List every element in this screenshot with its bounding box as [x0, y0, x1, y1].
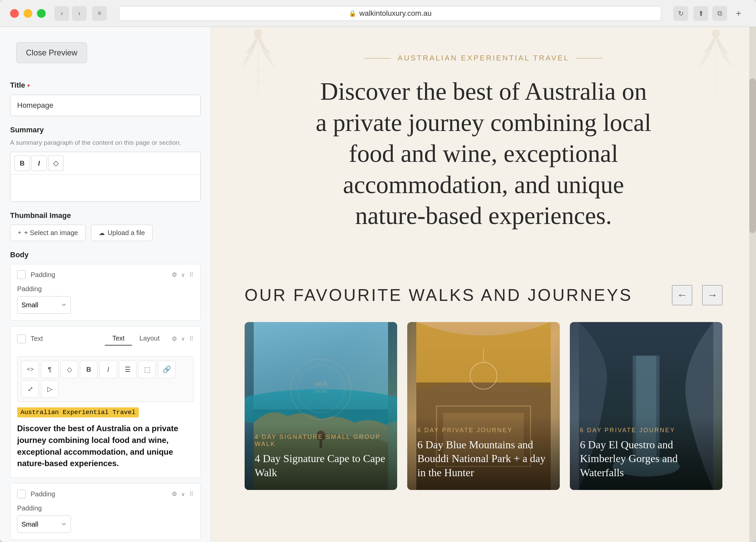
video-button[interactable]: ▷ — [41, 380, 58, 398]
upload-file-label: Upload a file — [108, 229, 145, 237]
settings-icon-1[interactable]: ⚙ — [172, 271, 177, 278]
close-preview-button[interactable]: Close Preview — [16, 42, 87, 63]
text-editor: <> ¶ ◇ B I ☰ ⬚ 🔗 ⤢ ▷ Australian E — [10, 351, 200, 478]
summary-label: Summary — [10, 126, 201, 134]
padding-options-2: Padding SmallMediumLarge — [10, 504, 200, 540]
card-3[interactable]: 6 DAY PRIVATE JOURNEY 6 Day El Questro a… — [570, 322, 722, 490]
text-body: Discover the best of Australia on a priv… — [17, 423, 194, 469]
new-tab-button[interactable]: + — [731, 6, 746, 21]
card-3-overlay: 6 DAY PRIVATE JOURNEY 6 Day El Questro a… — [570, 417, 722, 490]
close-traffic-light[interactable] — [10, 9, 19, 18]
preview-pane: AUSTRALIAN EXPERIENTIAL TRAVEL Discover … — [211, 27, 756, 542]
walks-title: OUR FAVOURITE WALKS AND JOURNEYS — [245, 285, 633, 305]
plus-icon: + — [18, 229, 22, 236]
svg-point-0 — [254, 30, 262, 38]
summary-toolbar: B I ◇ — [10, 152, 200, 175]
card-1-overlay: 4 DAY SIGNATURE SMALL GROUP WALK 4 Day S… — [245, 423, 397, 490]
summary-sublabel: A summary paragraph of the content on th… — [10, 139, 201, 146]
scrollbar-thumb — [749, 78, 756, 233]
nav-buttons: ‹ › — [54, 6, 87, 21]
card-3-title: 6 Day El Questro and Kimberley Gorges an… — [580, 438, 712, 480]
padding-section-header-2: Padding ⚙ ∨ ⠿ — [10, 484, 200, 504]
italic-button[interactable]: I — [31, 155, 47, 171]
main-window: ‹ › ≡ 🔒 walkintoluxury.com.au ↻ ⬆ ⧉ + Cl… — [0, 0, 756, 542]
content-area: Close Preview Title • Summary A summary … — [0, 27, 756, 542]
card-2-overlay: 6 DAY PRIVATE JOURNEY 6 Day Blue Mountai… — [407, 417, 560, 490]
move-icon-1[interactable]: ⠿ — [189, 271, 194, 278]
card-1[interactable]: SIGN ATURE 4 DAY SIGNATURE SMALL GROUP W… — [245, 322, 397, 490]
padding-select-1[interactable]: SmallMediumLarge — [17, 296, 71, 314]
hero-title: Discover the best of Australia on a priv… — [316, 76, 652, 231]
paragraph-button[interactable]: ¶ — [41, 361, 58, 378]
section-actions-2: ⚙ ∨ ⠿ — [172, 490, 194, 498]
caret-down-icon-1[interactable]: ∨ — [181, 272, 185, 278]
url-text: walkintoluxury.com.au — [360, 9, 432, 18]
select-image-button[interactable]: + + Select an image — [10, 225, 86, 241]
padding-section-title-2: Padding — [31, 490, 167, 498]
editor-panel: Close Preview Title • Summary A summary … — [0, 27, 211, 542]
forward-button[interactable]: › — [72, 6, 87, 21]
walks-header: OUR FAVOURITE WALKS AND JOURNEYS ← → — [245, 285, 722, 305]
settings-icon-2[interactable]: ⚙ — [172, 490, 177, 498]
padding-section-title-1: Padding — [31, 271, 167, 279]
title-label: Title • — [10, 81, 201, 90]
title-input[interactable] — [10, 95, 201, 116]
card-2[interactable]: 6 DAY PRIVATE JOURNEY 6 Day Blue Mountai… — [407, 322, 560, 490]
text-checkbox[interactable] — [17, 334, 26, 343]
svg-text:SIGN: SIGN — [314, 381, 327, 387]
text-block: Text Text Layout ⚙ ∨ ⠿ <> — [10, 326, 201, 478]
required-indicator: • — [27, 81, 30, 90]
bold-button[interactable]: B — [14, 155, 30, 171]
lock-icon: 🔒 — [349, 10, 356, 17]
padding-block-2: Padding ⚙ ∨ ⠿ Padding SmallMediumLarge — [10, 483, 201, 540]
link-button[interactable]: 🔗 — [158, 361, 175, 378]
caret-down-icon-text[interactable]: ∨ — [181, 335, 185, 342]
diamond-button-2[interactable]: ◇ — [60, 361, 78, 378]
cards-grid: SIGN ATURE 4 DAY SIGNATURE SMALL GROUP W… — [245, 322, 722, 490]
list-button[interactable]: ☰ — [119, 361, 136, 378]
text-editor-toolbar: <> ¶ ◇ B I ☰ ⬚ 🔗 ⤢ ▷ — [17, 356, 194, 402]
back-button[interactable]: ‹ — [54, 6, 69, 21]
share-button[interactable]: ⬆ — [694, 6, 708, 21]
prev-button[interactable]: ← — [672, 285, 692, 305]
text-block-tabs: Text Layout — [105, 332, 167, 346]
move-icon-text[interactable]: ⠿ — [189, 335, 194, 343]
padding-section-header-1: Padding ⚙ ∨ ⠿ — [10, 264, 200, 285]
code-button[interactable]: <> — [22, 361, 39, 378]
upload-file-button[interactable]: ☁ Upload a file — [91, 225, 153, 241]
maximize-traffic-light[interactable] — [37, 9, 46, 18]
preview-scrollbar[interactable] — [749, 27, 756, 542]
text-tag: Australian Experiential Travel — [17, 407, 139, 417]
traffic-lights — [10, 9, 46, 18]
expand-button[interactable]: ⤢ — [22, 380, 39, 398]
diamond-button[interactable]: ◇ — [48, 155, 64, 171]
text-content: Australian Experiential Travel Discover … — [17, 407, 194, 472]
url-bar[interactable]: 🔒 walkintoluxury.com.au — [119, 6, 661, 21]
italic-button-2[interactable]: I — [99, 361, 117, 378]
settings-icon-text[interactable]: ⚙ — [172, 335, 177, 343]
caret-down-icon-2[interactable]: ∨ — [181, 491, 185, 497]
tab-text[interactable]: Text — [105, 332, 132, 346]
image-button[interactable]: ⬚ — [138, 361, 156, 378]
refresh-button[interactable]: ↻ — [673, 6, 688, 21]
duplicate-button[interactable]: ⧉ — [712, 6, 727, 21]
sidebar-toggle-button[interactable]: ≡ — [92, 6, 107, 21]
svg-point-2 — [712, 30, 720, 38]
summary-text-area[interactable] — [10, 175, 200, 201]
card-3-badge: 6 DAY PRIVATE JOURNEY — [580, 427, 712, 434]
padding-field-label-2: Padding — [17, 504, 194, 512]
upload-icon: ☁ — [99, 229, 105, 237]
hero-section: AUSTRALIAN EXPERIENTIAL TRAVEL Discover … — [211, 27, 756, 265]
padding-checkbox-1[interactable] — [17, 270, 26, 279]
left-decoration — [231, 27, 285, 102]
padding-checkbox-2[interactable] — [17, 490, 26, 498]
next-button[interactable]: → — [702, 285, 722, 305]
walks-section: OUR FAVOURITE WALKS AND JOURNEYS ← → — [211, 265, 756, 510]
bold-button-2[interactable]: B — [80, 361, 97, 378]
move-icon-2[interactable]: ⠿ — [189, 490, 194, 498]
tab-layout[interactable]: Layout — [132, 332, 167, 346]
text-section-actions: ⚙ ∨ ⠿ — [172, 335, 194, 343]
minimize-traffic-light[interactable] — [24, 9, 32, 18]
padding-select-2[interactable]: SmallMediumLarge — [17, 515, 71, 533]
svg-text:ATURE: ATURE — [314, 389, 328, 394]
